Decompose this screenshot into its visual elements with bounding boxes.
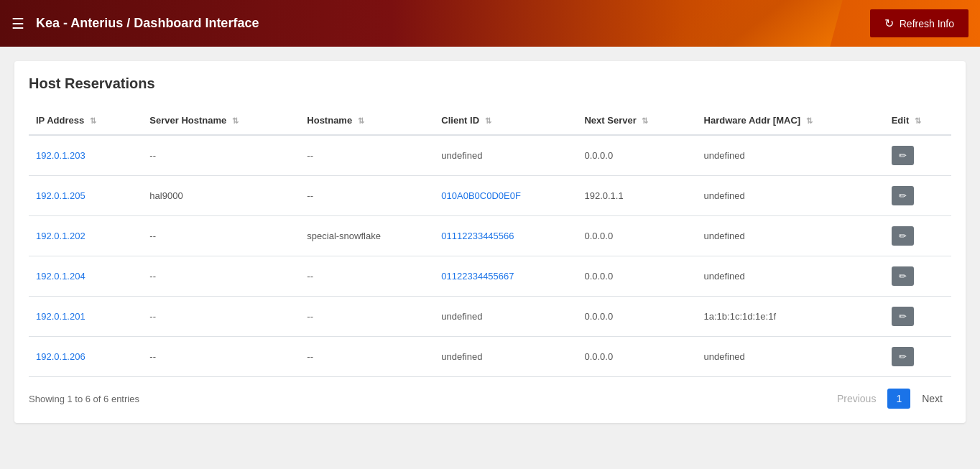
edit-button-row-0[interactable]: ✏ xyxy=(892,146,914,165)
cell-server-hostname: -- xyxy=(142,216,300,256)
cell-ip-address: 192.0.1.206 xyxy=(29,337,142,377)
cell-hostname: -- xyxy=(300,176,434,216)
col-edit[interactable]: Edit ⇅ xyxy=(884,106,951,135)
sort-nextserver-icon: ⇅ xyxy=(642,116,648,126)
cell-edit: ✏ xyxy=(884,216,951,256)
table-wrapper: IP Address ⇅ Server Hostname ⇅ Hostname … xyxy=(29,106,951,377)
table-row: 192.0.1.204----011223344556670.0.0.0unde… xyxy=(29,256,951,297)
col-hostname-label: Hostname xyxy=(307,115,352,126)
col-edit-label: Edit xyxy=(892,115,910,126)
reservations-table: IP Address ⇅ Server Hostname ⇅ Hostname … xyxy=(29,106,951,377)
table-footer: Showing 1 to 6 of 6 entries Previous 1 N… xyxy=(29,389,951,409)
cell-edit: ✏ xyxy=(884,256,951,297)
cell-ip-address: 192.0.1.204 xyxy=(29,256,142,297)
cell-edit: ✏ xyxy=(884,135,951,176)
cell-next-server: 0.0.0.0 xyxy=(577,216,696,256)
edit-button-row-4[interactable]: ✏ xyxy=(892,307,914,326)
refresh-icon: ↻ xyxy=(884,17,894,30)
page-1-button[interactable]: 1 xyxy=(887,389,910,409)
sort-hostname-icon: ⇅ xyxy=(358,116,364,126)
col-hardware-addr[interactable]: Hardware Addr [MAC] ⇅ xyxy=(697,106,884,135)
cell-next-server: 0.0.0.0 xyxy=(577,256,696,297)
cell-client-id: undefined xyxy=(434,297,577,337)
cell-hostname: -- xyxy=(300,256,434,297)
table-row: 192.0.1.201----undefined0.0.0.01a:1b:1c:… xyxy=(29,297,951,337)
col-ip-address[interactable]: IP Address ⇅ xyxy=(29,106,142,135)
cell-server-hostname: -- xyxy=(142,256,300,297)
table-row: 192.0.1.205hal9000--010A0B0C0D0E0F192.0.… xyxy=(29,176,951,216)
table-body: 192.0.1.203----undefined0.0.0.0undefined… xyxy=(29,135,951,377)
sort-ip-icon: ⇅ xyxy=(90,116,96,126)
edit-button-row-3[interactable]: ✏ xyxy=(892,266,914,286)
col-hwaddr-label: Hardware Addr [MAC] xyxy=(704,115,801,126)
cell-client-id: 01122334455667 xyxy=(434,256,577,297)
edit-button-row-2[interactable]: ✏ xyxy=(892,226,914,246)
cell-ip-address: 192.0.1.205 xyxy=(29,176,142,216)
cell-next-server: 0.0.0.0 xyxy=(577,297,696,337)
menu-icon[interactable]: ☰ xyxy=(11,15,24,32)
refresh-label: Refresh Info xyxy=(900,18,954,29)
cell-client-id: 01112233445566 xyxy=(434,216,577,256)
col-ip-label: IP Address xyxy=(36,115,84,126)
cell-hardware-addr: undefined xyxy=(697,256,884,297)
refresh-button[interactable]: ↻ Refresh Info xyxy=(870,9,969,37)
edit-button-row-5[interactable]: ✏ xyxy=(892,347,914,366)
main-content: Host Reservations IP Address ⇅ Server Ho… xyxy=(0,47,980,437)
col-next-server[interactable]: Next Server ⇅ xyxy=(577,106,696,135)
col-clientid-label: Client ID xyxy=(441,115,479,126)
col-server-hostname[interactable]: Server Hostname ⇅ xyxy=(142,106,300,135)
cell-hostname: -- xyxy=(300,297,434,337)
col-client-id[interactable]: Client ID ⇅ xyxy=(434,106,577,135)
page-title: Host Reservations xyxy=(29,75,951,92)
cell-next-server: 192.0.1.1 xyxy=(577,176,696,216)
pagination: Previous 1 Next xyxy=(828,389,951,409)
cell-next-server: 0.0.0.0 xyxy=(577,135,696,176)
edit-button-row-1[interactable]: ✏ xyxy=(892,186,914,205)
cell-edit: ✏ xyxy=(884,297,951,337)
cell-hostname: -- xyxy=(300,337,434,377)
sort-clientid-icon: ⇅ xyxy=(485,116,491,126)
col-hostname[interactable]: Hostname ⇅ xyxy=(300,106,434,135)
cell-hostname: -- xyxy=(300,135,434,176)
showing-text: Showing 1 to 6 of 6 entries xyxy=(29,394,139,404)
content-card: Host Reservations IP Address ⇅ Server Ho… xyxy=(14,61,966,423)
cell-hardware-addr: undefined xyxy=(697,176,884,216)
cell-hardware-addr: undefined xyxy=(697,135,884,176)
cell-edit: ✏ xyxy=(884,337,951,377)
col-server-label: Server Hostname xyxy=(149,115,226,126)
cell-server-hostname: -- xyxy=(142,297,300,337)
cell-ip-address: 192.0.1.202 xyxy=(29,216,142,256)
cell-edit: ✏ xyxy=(884,176,951,216)
cell-client-id: 010A0B0C0D0E0F xyxy=(434,176,577,216)
cell-ip-address: 192.0.1.203 xyxy=(29,135,142,176)
app-header: ☰ Kea - Anterius / Dashboard Interface ↻… xyxy=(0,0,980,47)
cell-client-id: undefined xyxy=(434,135,577,176)
table-header: IP Address ⇅ Server Hostname ⇅ Hostname … xyxy=(29,106,951,135)
cell-server-hostname: -- xyxy=(142,135,300,176)
cell-hostname: special-snowflake xyxy=(300,216,434,256)
table-row: 192.0.1.203----undefined0.0.0.0undefined… xyxy=(29,135,951,176)
sort-hwaddr-icon: ⇅ xyxy=(806,116,813,126)
table-row: 192.0.1.202--special-snowflake0111223344… xyxy=(29,216,951,256)
table-row: 192.0.1.206----undefined0.0.0.0undefined… xyxy=(29,337,951,377)
cell-client-id: undefined xyxy=(434,337,577,377)
sort-edit-icon: ⇅ xyxy=(915,116,921,126)
sort-server-icon: ⇅ xyxy=(232,116,239,126)
previous-button[interactable]: Previous xyxy=(828,389,884,409)
cell-hardware-addr: undefined xyxy=(697,216,884,256)
cell-ip-address: 192.0.1.201 xyxy=(29,297,142,337)
cell-hardware-addr: undefined xyxy=(697,337,884,377)
app-title: Kea - Anterius / Dashboard Interface xyxy=(36,16,870,31)
next-button[interactable]: Next xyxy=(913,389,951,409)
cell-hardware-addr: 1a:1b:1c:1d:1e:1f xyxy=(697,297,884,337)
col-nextserver-label: Next Server xyxy=(584,115,636,126)
cell-server-hostname: hal9000 xyxy=(142,176,300,216)
cell-server-hostname: -- xyxy=(142,337,300,377)
cell-next-server: 0.0.0.0 xyxy=(577,337,696,377)
